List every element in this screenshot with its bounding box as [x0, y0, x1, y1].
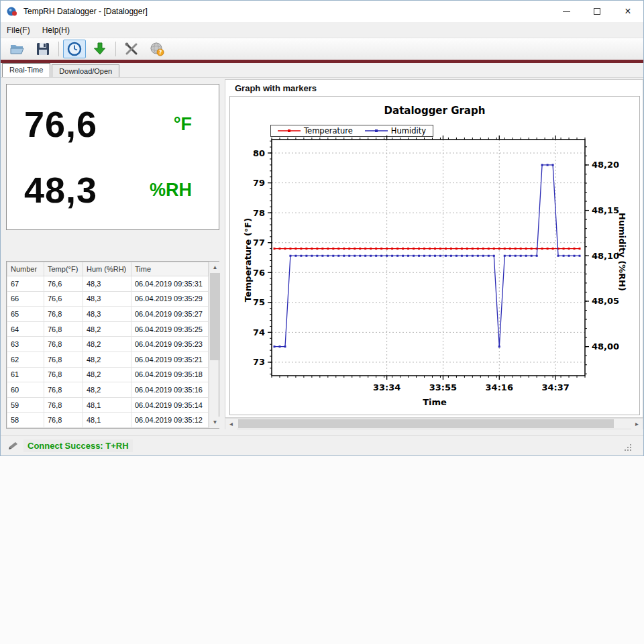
status-pen-icon [9, 441, 19, 451]
close-button[interactable]: × [612, 1, 643, 22]
table-cell: 48,2 [83, 352, 131, 367]
realtime-clock-button[interactable] [63, 40, 86, 58]
title-bar: TempRH Datalogger - [Datalogger] × [1, 1, 643, 22]
menu-file[interactable]: File(F) [1, 23, 36, 38]
connection-button[interactable]: ? [146, 40, 168, 58]
table-cell: 06.04.2019 09:35:18 [131, 367, 209, 382]
table-cell: 76,8 [44, 367, 83, 382]
svg-text:75: 75 [253, 297, 265, 307]
open-folder-icon [9, 41, 25, 57]
download-icon [93, 42, 107, 56]
tab-strip: Real-Time Download/Open [1, 63, 643, 77]
scroll-left-icon[interactable]: ◄ [225, 419, 237, 430]
scroll-down-icon[interactable]: ▼ [209, 417, 221, 428]
download-button[interactable] [89, 40, 111, 58]
svg-text:79: 79 [253, 178, 265, 188]
toolbar-separator [115, 42, 116, 56]
table-row[interactable]: 6776,648,306.04.2019 09:35:31 [7, 276, 209, 292]
x-axis-label: Time [230, 397, 639, 407]
table-cell: 59 [7, 397, 44, 413]
table-cell: 64 [7, 321, 44, 337]
svg-text:48,00: 48,00 [592, 341, 619, 352]
horizontal-scroll-thumb[interactable] [238, 419, 614, 428]
window-title: TempRH Datalogger - [Datalogger] [23, 7, 148, 16]
table-header-cell[interactable]: Number [7, 262, 44, 276]
menu-help[interactable]: Help(H) [36, 23, 76, 38]
table-header-cell[interactable]: Time [131, 262, 209, 276]
tab-download-open[interactable]: Download/Open [52, 64, 119, 77]
svg-text:48,20: 48,20 [592, 160, 619, 170]
table-cell: 76,6 [44, 291, 83, 307]
table-cell: 58 [7, 413, 44, 428]
svg-text:33:55: 33:55 [429, 382, 457, 392]
table-cell: 76,8 [44, 321, 83, 337]
table-cell: 48,2 [83, 321, 131, 337]
table-cell: 61 [7, 367, 44, 382]
svg-text:34:37: 34:37 [541, 382, 569, 392]
graph-horizontal-scrollbar[interactable]: ◄ ► [225, 418, 643, 429]
table-cell: 48,2 [83, 367, 131, 382]
table-cell: 48,1 [83, 397, 131, 413]
tools-icon [124, 42, 139, 56]
table-cell: 48,3 [83, 307, 131, 322]
table-cell: 06.04.2019 09:35:16 [131, 382, 209, 398]
table-cell: 60 [7, 382, 44, 398]
table-cell: 65 [7, 307, 44, 322]
live-readout-panel: 76,6 °F 48,3 %RH [6, 84, 219, 230]
svg-text:48,15: 48,15 [592, 205, 619, 215]
svg-text:?: ? [159, 50, 162, 56]
table-row[interactable]: 5876,848,106.04.2019 09:35:12 [7, 413, 209, 428]
save-icon [36, 42, 50, 56]
table-row[interactable]: 6576,848,306.04.2019 09:35:27 [7, 307, 209, 322]
table-row[interactable]: 6276,848,206.04.2019 09:35:21 [7, 352, 209, 367]
right-axis-label: Humidity (%RH) [617, 205, 627, 299]
table-row[interactable]: 6476,848,206.04.2019 09:35:25 [7, 321, 209, 337]
horizontal-scroll-track[interactable] [237, 419, 631, 429]
minimize-button[interactable] [551, 1, 582, 22]
table-header-cell[interactable]: Hum (%RH) [83, 262, 131, 276]
svg-text:48,10: 48,10 [592, 251, 619, 261]
temperature-value: 76,6 [24, 103, 97, 145]
left-axis-label: Temperature (°F) [243, 213, 253, 307]
readings-table-panel: NumberTemp(°F)Hum (%RH)Time 6776,648,306… [6, 261, 219, 429]
table-cell: 48,3 [83, 276, 131, 292]
save-button[interactable] [32, 40, 54, 58]
table-cell: 06.04.2019 09:35:27 [131, 307, 209, 322]
table-header-cell[interactable]: Temp(°F) [44, 262, 83, 276]
svg-text:33:34: 33:34 [373, 382, 400, 392]
table-row[interactable]: 6676,648,306.04.2019 09:35:29 [7, 291, 209, 307]
table-cell: 06.04.2019 09:35:31 [131, 276, 209, 292]
clock-icon [67, 42, 82, 56]
settings-button[interactable] [120, 40, 143, 58]
table-cell: 76,8 [44, 413, 83, 428]
maximize-button[interactable] [582, 1, 612, 22]
scroll-right-icon[interactable]: ► [631, 419, 643, 430]
chart-frame: Datalogger Graph Temperature Humidity 73… [229, 96, 640, 415]
table-cell: 76,8 [44, 307, 83, 322]
humidity-value: 48,3 [24, 169, 97, 211]
scroll-up-icon[interactable]: ▲ [209, 262, 221, 273]
table-row[interactable]: 6376,848,206.04.2019 09:35:23 [7, 337, 209, 352]
vertical-scroll-thumb[interactable] [210, 273, 220, 360]
connection-help-icon: ? [149, 41, 165, 57]
table-cell: 63 [7, 337, 44, 352]
svg-text:78: 78 [253, 208, 265, 218]
table-row[interactable]: 6076,848,206.04.2019 09:35:16 [7, 382, 209, 398]
table-cell: 06.04.2019 09:35:23 [131, 337, 209, 352]
minimize-icon [563, 11, 570, 12]
table-cell: 48,3 [83, 291, 131, 307]
temperature-unit: °F [174, 114, 192, 135]
graph-panel-title: Graph with markers [235, 83, 317, 93]
table-vertical-scrollbar[interactable]: ▲ ▼ [209, 262, 219, 428]
table-row[interactable]: 6176,848,206.04.2019 09:35:18 [7, 367, 209, 382]
table-cell: 06.04.2019 09:35:25 [131, 321, 209, 337]
table-row[interactable]: 5976,848,106.04.2019 09:35:14 [7, 397, 209, 413]
table-cell: 48,2 [83, 337, 131, 352]
toolbar: ? [1, 38, 643, 60]
resize-grip[interactable] [623, 443, 631, 451]
svg-text:74: 74 [253, 327, 265, 337]
tab-real-time[interactable]: Real-Time [2, 63, 50, 77]
table-cell: 06.04.2019 09:35:21 [131, 352, 209, 367]
open-file-button[interactable] [6, 40, 29, 58]
svg-text:80: 80 [253, 148, 265, 158]
